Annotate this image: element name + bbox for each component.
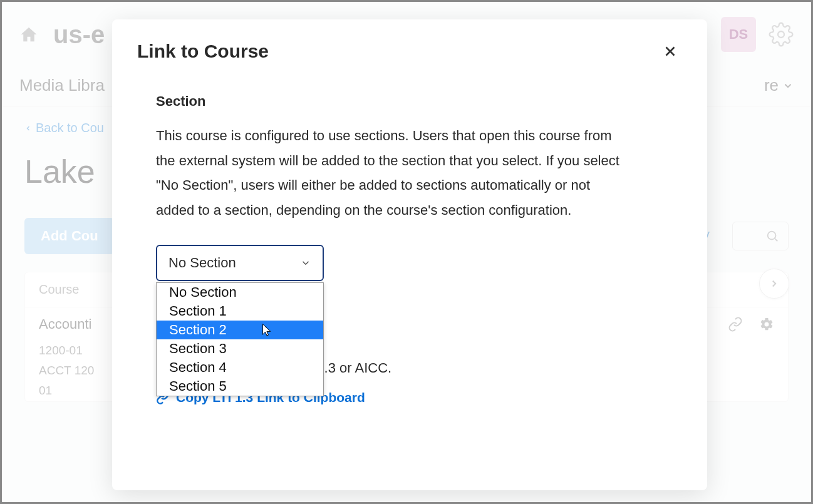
spacer <box>156 407 663 490</box>
section-option[interactable]: No Section <box>157 283 323 302</box>
cursor-icon <box>261 321 273 337</box>
section-option[interactable]: Section 3 <box>157 339 323 358</box>
section-option[interactable]: Section 1 <box>157 302 323 321</box>
link-to-course-modal: Link to Course Section This course is co… <box>112 19 707 490</box>
section-option[interactable]: Section 5 <box>157 377 323 396</box>
modal-title: Link to Course <box>137 41 269 62</box>
section-option[interactable]: Section 4 <box>157 358 323 377</box>
chevron-down-icon <box>300 257 311 269</box>
close-button[interactable] <box>658 39 682 63</box>
section-option[interactable]: Section 2 <box>157 321 323 339</box>
close-icon <box>662 43 678 59</box>
select-value: No Section <box>168 255 236 271</box>
section-description: This course is configured to use section… <box>156 123 632 222</box>
section-select[interactable]: No Section <box>156 245 324 281</box>
section-heading: Section <box>156 93 663 110</box>
section-dropdown[interactable]: No SectionSection 1Section 2Section 3Sec… <box>156 282 324 396</box>
